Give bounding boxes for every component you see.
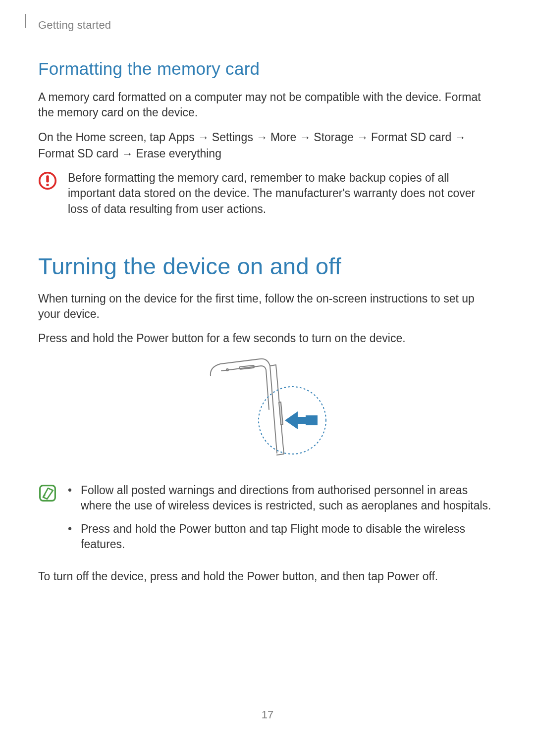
svg-rect-1 — [46, 176, 49, 183]
arrow-icon: → — [118, 146, 136, 162]
step-6: Format SD card — [38, 147, 118, 160]
para-turn-off-pre: To turn off the device, press and hold t… — [38, 570, 387, 583]
note-callout: Follow all posted warnings and direction… — [38, 483, 497, 560]
svg-rect-2 — [46, 184, 49, 187]
arrow-icon: → — [354, 129, 371, 146]
page-number: 17 — [0, 708, 535, 721]
section-heading-formatting: Formatting the memory card — [38, 59, 497, 79]
warning-callout: Before formatting the memory card, remem… — [38, 170, 497, 216]
para-turn-off-mid: Power off — [387, 570, 435, 583]
step-4: Storage — [314, 131, 354, 144]
step-3: More — [270, 131, 296, 144]
device-power-figure — [38, 355, 497, 469]
para-press-hold: Press and hold the Power button for a fe… — [38, 331, 497, 346]
note-item-2-mid: Flight mode — [290, 522, 350, 535]
section-heading-turning-on: Turning the device on and off — [38, 254, 497, 278]
para-first-time: When turning on the device for the first… — [38, 291, 497, 322]
breadcrumb: Getting started — [38, 19, 497, 32]
header-rule — [25, 14, 26, 28]
note-icon — [38, 484, 57, 503]
step-2: Settings — [212, 131, 253, 144]
para-turn-off: To turn off the device, press and hold t… — [38, 569, 497, 584]
para-turn-off-post: . — [435, 570, 438, 583]
steps-lead: On the Home screen, tap — [38, 131, 168, 144]
step-5: Format SD card — [371, 131, 451, 144]
para-format-intro: A memory card formatted on a computer ma… — [38, 90, 497, 120]
step-1: Apps — [168, 131, 194, 144]
caution-icon — [38, 171, 57, 190]
arrow-icon: → — [195, 129, 212, 146]
arrow-icon: → — [253, 129, 270, 146]
note-text: Follow all posted warnings and direction… — [68, 483, 497, 560]
svg-rect-6 — [306, 415, 318, 425]
note-item-1: Follow all posted warnings and direction… — [68, 483, 497, 513]
note-item-2: Press and hold the Power button and tap … — [68, 521, 497, 552]
note-item-2-pre: Press and hold the Power button and tap — [81, 522, 290, 535]
navigation-steps: On the Home screen, tap Apps→Settings→Mo… — [38, 129, 497, 161]
arrow-icon: → — [296, 129, 314, 146]
step-7: Erase everything — [136, 147, 221, 160]
warning-text: Before formatting the memory card, remem… — [68, 170, 497, 216]
arrow-icon: → — [451, 129, 469, 146]
